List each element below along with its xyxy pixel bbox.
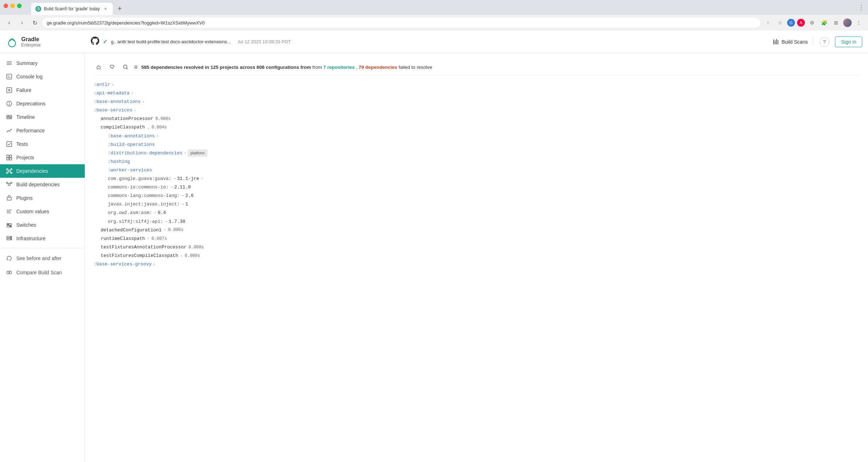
bookmark-icon[interactable]: ☆ <box>775 18 785 28</box>
browser-menu-icon[interactable]: ⋮ <box>858 4 864 11</box>
dep-sub-base-annotations[interactable]: :base-annotations › <box>108 132 859 140</box>
dep-arrow-guava: → <box>173 175 176 183</box>
dep-project-base-services-groovy[interactable]: :base-services-groovy › <box>94 260 859 268</box>
projects-icon <box>6 154 13 161</box>
dep-chevron-base-annotations[interactable]: › <box>142 99 145 105</box>
dep-chevron-api-metadata[interactable]: › <box>131 90 133 97</box>
address-bar[interactable]: ge.gradle.org/s/num5ib52372lg/dependenci… <box>43 18 760 28</box>
dep-chevron-rc[interactable]: › <box>147 235 150 242</box>
dep-config-compile-classpath-row[interactable]: compileClasspath ⌄ 0.004s <box>101 123 859 131</box>
window-maximize[interactable] <box>17 4 22 8</box>
dep-chevron-base-annotations-2[interactable]: › <box>156 133 159 139</box>
dep-chevron-cc[interactable]: ⌄ <box>147 124 150 131</box>
tab-title: Build Scan® for 'gradle' today <box>44 6 100 11</box>
dep-chevron-antlr[interactable]: › <box>112 82 114 88</box>
sidebar-item-performance[interactable]: Performance <box>0 124 85 137</box>
dep-chevron-base-services-groovy[interactable]: › <box>153 261 156 268</box>
build-scans-button[interactable]: Build Scans <box>773 39 808 45</box>
sidebar-item-summary[interactable]: Summary <box>0 56 85 70</box>
dep-config-name-rc: runtimeClasspath <box>101 235 145 243</box>
sidebar-item-infrastructure[interactable]: Infrastructure <box>0 232 85 245</box>
expand-all-button[interactable] <box>107 62 117 72</box>
dep-project-antlr[interactable]: :antlr › <box>94 81 859 89</box>
dep-artifact-name-ow2-asm: org.ow2.asm:asm: <box>108 209 152 217</box>
dep-chevron-detached-1[interactable]: › <box>164 227 166 233</box>
extension-icon-1[interactable]: G <box>787 19 795 27</box>
dep-config-test-fixtures-cc[interactable]: testFixturesCompileClasspath › 0.009s <box>101 252 859 260</box>
dep-project-api-metadata[interactable]: :api-metadata › <box>94 89 859 97</box>
dep-artifact-guava[interactable]: com.google.guava:guava: → 31.1-jre › <box>108 175 859 183</box>
custom-values-icon <box>6 208 13 215</box>
sidebar-item-projects[interactable]: Projects <box>0 151 85 164</box>
sidebar-item-console-log[interactable]: Console log <box>0 70 85 83</box>
new-tab-button[interactable]: + <box>115 4 125 13</box>
extension-icon-4[interactable]: 🧩 <box>819 18 829 28</box>
dep-failed-count[interactable]: 79 dependencies <box>359 65 397 70</box>
dep-project-base-services-row[interactable]: :base-services › <box>94 106 859 114</box>
deprecations-icon <box>6 100 13 107</box>
window-minimize[interactable] <box>10 4 15 8</box>
forward-button[interactable]: › <box>17 18 27 28</box>
sidebar-item-deprecations[interactable]: Deprecations <box>0 97 85 110</box>
svg-point-31 <box>11 169 12 170</box>
dep-config-detached-1[interactable]: detachedConfiguration1 › 0.006s <box>101 226 859 234</box>
dep-project-base-annotations[interactable]: :base-annotations › <box>94 98 859 106</box>
dep-repos-label: from <box>312 65 323 70</box>
sidebar-item-custom-values[interactable]: Custom values <box>0 205 85 218</box>
help-button[interactable]: ? <box>819 37 829 47</box>
extension-icon-5[interactable]: ⊞ <box>831 18 841 28</box>
sidebar-label-see-before-after: See before and after <box>16 255 62 261</box>
window-close[interactable] <box>4 4 8 8</box>
svg-line-34 <box>8 170 8 171</box>
sidebar-label-tests: Tests <box>16 141 28 147</box>
share-icon[interactable]: ↑ <box>763 18 773 28</box>
svg-line-35 <box>10 170 11 171</box>
collapse-all-button[interactable] <box>94 62 104 72</box>
dep-sub-distributions-dependencies[interactable]: :distributions-dependencies › platform <box>108 149 859 157</box>
sidebar-item-timeline[interactable]: Timeline <box>0 110 85 124</box>
sidebar-item-see-before-after[interactable]: See before and after <box>0 251 85 265</box>
browser-more-icon[interactable]: ⋮ <box>854 18 864 28</box>
browser-tab[interactable]: Build Scan® for 'gradle' today × <box>31 3 113 15</box>
back-button[interactable]: ‹ <box>4 18 14 28</box>
dep-chevron-dist-deps[interactable]: › <box>184 150 187 156</box>
sidebar-item-tests[interactable]: Tests <box>0 137 85 151</box>
extension-icon-2[interactable]: A <box>797 19 805 27</box>
tab-close-button[interactable]: × <box>103 6 108 12</box>
sidebar-item-dependencies[interactable]: Dependencies <box>0 164 85 178</box>
extension-icon-3[interactable]: ⚙ <box>807 18 817 28</box>
sidebar-item-plugins[interactable]: Plugins <box>0 191 85 205</box>
dep-config-runtime-classpath[interactable]: runtimeClasspath › 0.007s <box>101 235 859 243</box>
sidebar-item-switches[interactable]: Switches <box>0 218 85 232</box>
dep-platform-badge: platform <box>188 149 207 157</box>
sidebar-item-compare-build-scan[interactable]: Compare Build Scan <box>0 265 85 280</box>
search-button[interactable] <box>121 62 130 72</box>
sidebar-item-failure[interactable]: Failure <box>0 83 85 97</box>
gradle-logo-icon <box>6 35 18 48</box>
sidebar-label-switches: Switches <box>16 222 36 228</box>
dep-config-time-tfcc: 0.009s <box>185 252 200 259</box>
dep-chevron-tfcc[interactable]: › <box>180 253 183 259</box>
infrastructure-icon <box>6 235 13 242</box>
sidebar-item-build-dependencies[interactable]: Build dependencies <box>0 178 85 191</box>
sidebar-label-plugins: Plugins <box>16 195 33 201</box>
sign-in-button[interactable]: Sign in <box>835 37 862 47</box>
build-scans-icon <box>773 39 779 45</box>
svg-rect-7 <box>778 40 778 44</box>
dep-version-javax-inject: 1 <box>185 200 188 208</box>
dep-project-name-base-services: :base-services <box>94 106 132 114</box>
svg-rect-11 <box>7 74 12 79</box>
dep-chevron-guava[interactable]: › <box>201 176 203 182</box>
dep-version-commons-lang: 2.6 <box>185 192 194 200</box>
dep-arrow-commons-io: → <box>170 183 173 191</box>
dep-repos-count[interactable]: 7 repositories <box>323 65 355 70</box>
dep-sub-name-base-annotations: :base-annotations <box>108 132 155 140</box>
dep-chevron-base-services[interactable]: › <box>132 109 138 112</box>
svg-rect-22 <box>7 117 10 119</box>
dep-config-test-fixtures-ap[interactable]: testFixturesAnnotationProcessor 0.000s <box>101 243 859 251</box>
dep-config-annotation-processor[interactable]: annotationProcessor 0.000s <box>101 115 859 123</box>
reload-button[interactable]: ↻ <box>30 18 40 28</box>
profile-icon[interactable] <box>843 18 852 27</box>
svg-point-54 <box>11 239 11 240</box>
svg-rect-5 <box>775 40 775 44</box>
